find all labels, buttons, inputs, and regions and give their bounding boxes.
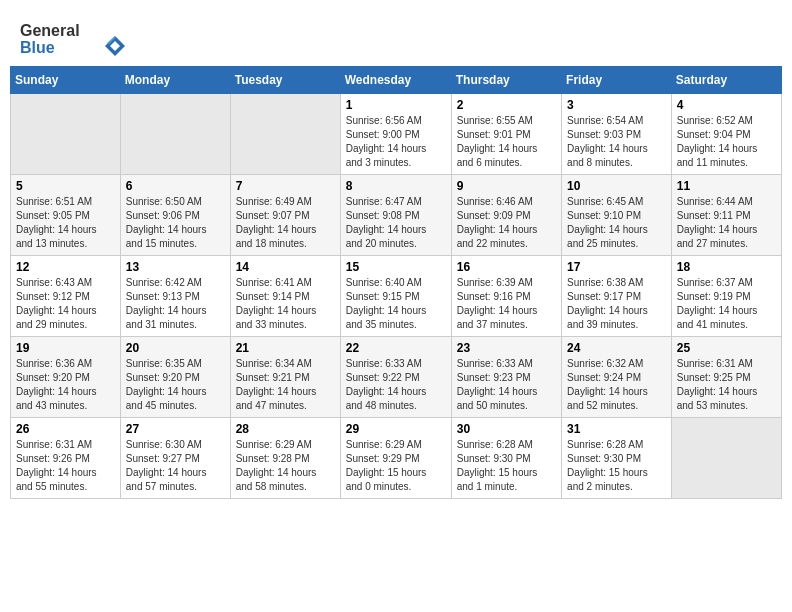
weekday-header-saturday: Saturday	[671, 67, 781, 94]
day-cell	[671, 418, 781, 499]
day-info: Sunrise: 6:56 AM Sunset: 9:00 PM Dayligh…	[346, 114, 446, 170]
calendar-table: SundayMondayTuesdayWednesdayThursdayFrid…	[10, 66, 782, 499]
day-number: 3	[567, 98, 666, 112]
day-number: 14	[236, 260, 335, 274]
day-number: 22	[346, 341, 446, 355]
day-info: Sunrise: 6:42 AM Sunset: 9:13 PM Dayligh…	[126, 276, 225, 332]
day-number: 20	[126, 341, 225, 355]
day-info: Sunrise: 6:51 AM Sunset: 9:05 PM Dayligh…	[16, 195, 115, 251]
day-info: Sunrise: 6:52 AM Sunset: 9:04 PM Dayligh…	[677, 114, 776, 170]
day-number: 4	[677, 98, 776, 112]
day-info: Sunrise: 6:45 AM Sunset: 9:10 PM Dayligh…	[567, 195, 666, 251]
day-cell: 4Sunrise: 6:52 AM Sunset: 9:04 PM Daylig…	[671, 94, 781, 175]
day-number: 15	[346, 260, 446, 274]
day-cell: 9Sunrise: 6:46 AM Sunset: 9:09 PM Daylig…	[451, 175, 561, 256]
day-number: 8	[346, 179, 446, 193]
day-cell: 30Sunrise: 6:28 AM Sunset: 9:30 PM Dayli…	[451, 418, 561, 499]
day-cell: 3Sunrise: 6:54 AM Sunset: 9:03 PM Daylig…	[562, 94, 672, 175]
day-info: Sunrise: 6:28 AM Sunset: 9:30 PM Dayligh…	[457, 438, 556, 494]
day-number: 29	[346, 422, 446, 436]
day-cell: 18Sunrise: 6:37 AM Sunset: 9:19 PM Dayli…	[671, 256, 781, 337]
day-info: Sunrise: 6:43 AM Sunset: 9:12 PM Dayligh…	[16, 276, 115, 332]
weekday-header-friday: Friday	[562, 67, 672, 94]
day-number: 5	[16, 179, 115, 193]
day-info: Sunrise: 6:44 AM Sunset: 9:11 PM Dayligh…	[677, 195, 776, 251]
week-row-2: 5Sunrise: 6:51 AM Sunset: 9:05 PM Daylig…	[11, 175, 782, 256]
day-cell: 15Sunrise: 6:40 AM Sunset: 9:15 PM Dayli…	[340, 256, 451, 337]
day-cell: 23Sunrise: 6:33 AM Sunset: 9:23 PM Dayli…	[451, 337, 561, 418]
day-info: Sunrise: 6:36 AM Sunset: 9:20 PM Dayligh…	[16, 357, 115, 413]
day-number: 9	[457, 179, 556, 193]
day-info: Sunrise: 6:29 AM Sunset: 9:29 PM Dayligh…	[346, 438, 446, 494]
day-cell: 20Sunrise: 6:35 AM Sunset: 9:20 PM Dayli…	[120, 337, 230, 418]
day-cell: 1Sunrise: 6:56 AM Sunset: 9:00 PM Daylig…	[340, 94, 451, 175]
day-info: Sunrise: 6:47 AM Sunset: 9:08 PM Dayligh…	[346, 195, 446, 251]
day-cell: 21Sunrise: 6:34 AM Sunset: 9:21 PM Dayli…	[230, 337, 340, 418]
day-cell: 29Sunrise: 6:29 AM Sunset: 9:29 PM Dayli…	[340, 418, 451, 499]
day-number: 10	[567, 179, 666, 193]
day-info: Sunrise: 6:37 AM Sunset: 9:19 PM Dayligh…	[677, 276, 776, 332]
day-info: Sunrise: 6:31 AM Sunset: 9:25 PM Dayligh…	[677, 357, 776, 413]
day-number: 17	[567, 260, 666, 274]
day-info: Sunrise: 6:34 AM Sunset: 9:21 PM Dayligh…	[236, 357, 335, 413]
day-number: 26	[16, 422, 115, 436]
day-cell: 19Sunrise: 6:36 AM Sunset: 9:20 PM Dayli…	[11, 337, 121, 418]
day-cell: 5Sunrise: 6:51 AM Sunset: 9:05 PM Daylig…	[11, 175, 121, 256]
weekday-header-wednesday: Wednesday	[340, 67, 451, 94]
week-row-1: 1Sunrise: 6:56 AM Sunset: 9:00 PM Daylig…	[11, 94, 782, 175]
weekday-header-row: SundayMondayTuesdayWednesdayThursdayFrid…	[11, 67, 782, 94]
day-number: 23	[457, 341, 556, 355]
day-info: Sunrise: 6:35 AM Sunset: 9:20 PM Dayligh…	[126, 357, 225, 413]
day-cell: 7Sunrise: 6:49 AM Sunset: 9:07 PM Daylig…	[230, 175, 340, 256]
day-number: 18	[677, 260, 776, 274]
day-number: 28	[236, 422, 335, 436]
day-cell: 11Sunrise: 6:44 AM Sunset: 9:11 PM Dayli…	[671, 175, 781, 256]
day-info: Sunrise: 6:28 AM Sunset: 9:30 PM Dayligh…	[567, 438, 666, 494]
day-number: 25	[677, 341, 776, 355]
day-cell: 17Sunrise: 6:38 AM Sunset: 9:17 PM Dayli…	[562, 256, 672, 337]
day-cell: 25Sunrise: 6:31 AM Sunset: 9:25 PM Dayli…	[671, 337, 781, 418]
day-info: Sunrise: 6:38 AM Sunset: 9:17 PM Dayligh…	[567, 276, 666, 332]
day-number: 11	[677, 179, 776, 193]
day-info: Sunrise: 6:33 AM Sunset: 9:23 PM Dayligh…	[457, 357, 556, 413]
day-number: 13	[126, 260, 225, 274]
day-cell: 2Sunrise: 6:55 AM Sunset: 9:01 PM Daylig…	[451, 94, 561, 175]
day-number: 19	[16, 341, 115, 355]
day-cell: 28Sunrise: 6:29 AM Sunset: 9:28 PM Dayli…	[230, 418, 340, 499]
day-cell	[11, 94, 121, 175]
weekday-header-tuesday: Tuesday	[230, 67, 340, 94]
day-number: 2	[457, 98, 556, 112]
day-cell: 12Sunrise: 6:43 AM Sunset: 9:12 PM Dayli…	[11, 256, 121, 337]
day-cell	[120, 94, 230, 175]
day-cell: 24Sunrise: 6:32 AM Sunset: 9:24 PM Dayli…	[562, 337, 672, 418]
day-number: 27	[126, 422, 225, 436]
weekday-header-sunday: Sunday	[11, 67, 121, 94]
logo: General Blue	[20, 18, 130, 62]
day-info: Sunrise: 6:30 AM Sunset: 9:27 PM Dayligh…	[126, 438, 225, 494]
day-number: 6	[126, 179, 225, 193]
svg-text:General: General	[20, 22, 80, 39]
day-info: Sunrise: 6:55 AM Sunset: 9:01 PM Dayligh…	[457, 114, 556, 170]
day-info: Sunrise: 6:54 AM Sunset: 9:03 PM Dayligh…	[567, 114, 666, 170]
day-cell: 22Sunrise: 6:33 AM Sunset: 9:22 PM Dayli…	[340, 337, 451, 418]
day-info: Sunrise: 6:50 AM Sunset: 9:06 PM Dayligh…	[126, 195, 225, 251]
weekday-header-monday: Monday	[120, 67, 230, 94]
day-info: Sunrise: 6:49 AM Sunset: 9:07 PM Dayligh…	[236, 195, 335, 251]
day-cell	[230, 94, 340, 175]
day-info: Sunrise: 6:31 AM Sunset: 9:26 PM Dayligh…	[16, 438, 115, 494]
day-cell: 16Sunrise: 6:39 AM Sunset: 9:16 PM Dayli…	[451, 256, 561, 337]
day-cell: 31Sunrise: 6:28 AM Sunset: 9:30 PM Dayli…	[562, 418, 672, 499]
week-row-3: 12Sunrise: 6:43 AM Sunset: 9:12 PM Dayli…	[11, 256, 782, 337]
weekday-header-thursday: Thursday	[451, 67, 561, 94]
day-cell: 6Sunrise: 6:50 AM Sunset: 9:06 PM Daylig…	[120, 175, 230, 256]
day-info: Sunrise: 6:46 AM Sunset: 9:09 PM Dayligh…	[457, 195, 556, 251]
day-cell: 13Sunrise: 6:42 AM Sunset: 9:13 PM Dayli…	[120, 256, 230, 337]
week-row-4: 19Sunrise: 6:36 AM Sunset: 9:20 PM Dayli…	[11, 337, 782, 418]
day-cell: 27Sunrise: 6:30 AM Sunset: 9:27 PM Dayli…	[120, 418, 230, 499]
day-info: Sunrise: 6:41 AM Sunset: 9:14 PM Dayligh…	[236, 276, 335, 332]
day-number: 21	[236, 341, 335, 355]
svg-text:Blue: Blue	[20, 39, 55, 56]
day-number: 1	[346, 98, 446, 112]
day-number: 31	[567, 422, 666, 436]
day-number: 16	[457, 260, 556, 274]
